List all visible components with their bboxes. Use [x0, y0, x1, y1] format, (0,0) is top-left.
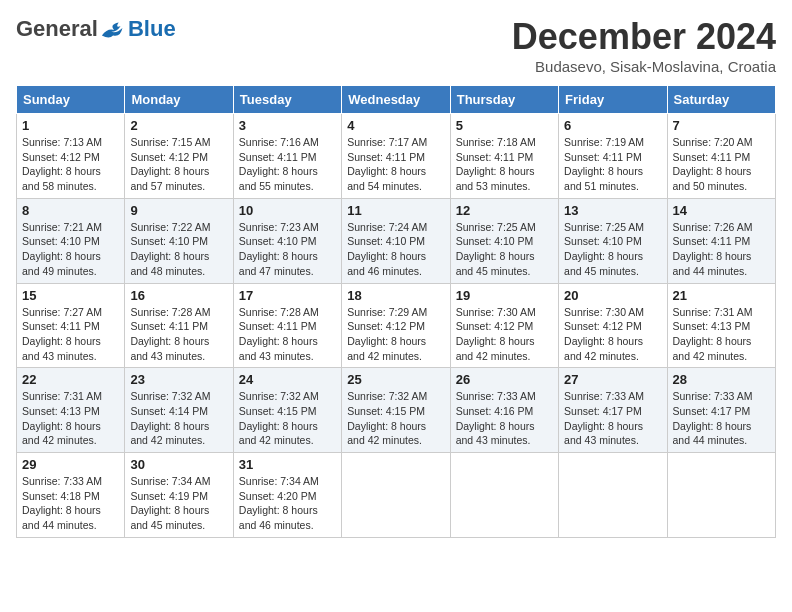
month-title: December 2024 — [512, 16, 776, 58]
calendar-cell: 21Sunrise: 7:31 AMSunset: 4:13 PMDayligh… — [667, 283, 775, 368]
day-number: 28 — [673, 372, 770, 387]
calendar-cell: 4Sunrise: 7:17 AMSunset: 4:11 PMDaylight… — [342, 114, 450, 199]
day-number: 13 — [564, 203, 661, 218]
title-block: December 2024 Budasevo, Sisak-Moslavina,… — [512, 16, 776, 75]
logo-bird-icon — [100, 18, 128, 40]
day-number: 19 — [456, 288, 553, 303]
weekday-header-sunday: Sunday — [17, 86, 125, 114]
day-info: Sunrise: 7:30 AMSunset: 4:12 PMDaylight:… — [456, 305, 553, 364]
day-number: 22 — [22, 372, 119, 387]
calendar-cell: 30Sunrise: 7:34 AMSunset: 4:19 PMDayligh… — [125, 453, 233, 538]
calendar-cell: 1Sunrise: 7:13 AMSunset: 4:12 PMDaylight… — [17, 114, 125, 199]
calendar-cell: 5Sunrise: 7:18 AMSunset: 4:11 PMDaylight… — [450, 114, 558, 199]
calendar-cell: 25Sunrise: 7:32 AMSunset: 4:15 PMDayligh… — [342, 368, 450, 453]
day-info: Sunrise: 7:34 AMSunset: 4:19 PMDaylight:… — [130, 474, 227, 533]
day-info: Sunrise: 7:18 AMSunset: 4:11 PMDaylight:… — [456, 135, 553, 194]
day-info: Sunrise: 7:24 AMSunset: 4:10 PMDaylight:… — [347, 220, 444, 279]
day-number: 7 — [673, 118, 770, 133]
calendar-cell: 28Sunrise: 7:33 AMSunset: 4:17 PMDayligh… — [667, 368, 775, 453]
day-info: Sunrise: 7:23 AMSunset: 4:10 PMDaylight:… — [239, 220, 336, 279]
day-number: 31 — [239, 457, 336, 472]
logo: General Blue — [16, 16, 176, 42]
calendar-cell: 15Sunrise: 7:27 AMSunset: 4:11 PMDayligh… — [17, 283, 125, 368]
calendar-week-4: 22Sunrise: 7:31 AMSunset: 4:13 PMDayligh… — [17, 368, 776, 453]
day-info: Sunrise: 7:28 AMSunset: 4:11 PMDaylight:… — [239, 305, 336, 364]
day-info: Sunrise: 7:32 AMSunset: 4:15 PMDaylight:… — [239, 389, 336, 448]
calendar-cell: 27Sunrise: 7:33 AMSunset: 4:17 PMDayligh… — [559, 368, 667, 453]
weekday-header-friday: Friday — [559, 86, 667, 114]
day-number: 25 — [347, 372, 444, 387]
day-info: Sunrise: 7:26 AMSunset: 4:11 PMDaylight:… — [673, 220, 770, 279]
day-info: Sunrise: 7:17 AMSunset: 4:11 PMDaylight:… — [347, 135, 444, 194]
calendar-cell: 10Sunrise: 7:23 AMSunset: 4:10 PMDayligh… — [233, 198, 341, 283]
day-number: 21 — [673, 288, 770, 303]
calendar-cell: 2Sunrise: 7:15 AMSunset: 4:12 PMDaylight… — [125, 114, 233, 199]
day-number: 10 — [239, 203, 336, 218]
day-number: 18 — [347, 288, 444, 303]
calendar-cell — [450, 453, 558, 538]
calendar-cell: 31Sunrise: 7:34 AMSunset: 4:20 PMDayligh… — [233, 453, 341, 538]
calendar-cell: 26Sunrise: 7:33 AMSunset: 4:16 PMDayligh… — [450, 368, 558, 453]
day-info: Sunrise: 7:22 AMSunset: 4:10 PMDaylight:… — [130, 220, 227, 279]
calendar-cell: 9Sunrise: 7:22 AMSunset: 4:10 PMDaylight… — [125, 198, 233, 283]
logo-general: General — [16, 16, 98, 42]
day-number: 26 — [456, 372, 553, 387]
day-info: Sunrise: 7:30 AMSunset: 4:12 PMDaylight:… — [564, 305, 661, 364]
day-info: Sunrise: 7:20 AMSunset: 4:11 PMDaylight:… — [673, 135, 770, 194]
day-info: Sunrise: 7:27 AMSunset: 4:11 PMDaylight:… — [22, 305, 119, 364]
day-number: 3 — [239, 118, 336, 133]
calendar-cell: 20Sunrise: 7:30 AMSunset: 4:12 PMDayligh… — [559, 283, 667, 368]
calendar-cell: 3Sunrise: 7:16 AMSunset: 4:11 PMDaylight… — [233, 114, 341, 199]
day-number: 24 — [239, 372, 336, 387]
day-info: Sunrise: 7:29 AMSunset: 4:12 PMDaylight:… — [347, 305, 444, 364]
calendar-cell: 14Sunrise: 7:26 AMSunset: 4:11 PMDayligh… — [667, 198, 775, 283]
day-info: Sunrise: 7:33 AMSunset: 4:16 PMDaylight:… — [456, 389, 553, 448]
calendar-cell — [559, 453, 667, 538]
day-info: Sunrise: 7:15 AMSunset: 4:12 PMDaylight:… — [130, 135, 227, 194]
weekday-header-thursday: Thursday — [450, 86, 558, 114]
day-info: Sunrise: 7:33 AMSunset: 4:17 PMDaylight:… — [673, 389, 770, 448]
weekday-header-monday: Monday — [125, 86, 233, 114]
day-number: 29 — [22, 457, 119, 472]
day-info: Sunrise: 7:31 AMSunset: 4:13 PMDaylight:… — [673, 305, 770, 364]
calendar-cell — [667, 453, 775, 538]
calendar-cell: 18Sunrise: 7:29 AMSunset: 4:12 PMDayligh… — [342, 283, 450, 368]
weekday-header-row: SundayMondayTuesdayWednesdayThursdayFrid… — [17, 86, 776, 114]
weekday-header-tuesday: Tuesday — [233, 86, 341, 114]
calendar-body: 1Sunrise: 7:13 AMSunset: 4:12 PMDaylight… — [17, 114, 776, 538]
calendar-cell: 6Sunrise: 7:19 AMSunset: 4:11 PMDaylight… — [559, 114, 667, 199]
day-number: 6 — [564, 118, 661, 133]
day-number: 14 — [673, 203, 770, 218]
calendar-week-1: 1Sunrise: 7:13 AMSunset: 4:12 PMDaylight… — [17, 114, 776, 199]
day-number: 16 — [130, 288, 227, 303]
calendar-week-3: 15Sunrise: 7:27 AMSunset: 4:11 PMDayligh… — [17, 283, 776, 368]
day-number: 20 — [564, 288, 661, 303]
calendar-cell: 29Sunrise: 7:33 AMSunset: 4:18 PMDayligh… — [17, 453, 125, 538]
day-number: 11 — [347, 203, 444, 218]
day-info: Sunrise: 7:13 AMSunset: 4:12 PMDaylight:… — [22, 135, 119, 194]
day-number: 4 — [347, 118, 444, 133]
day-number: 1 — [22, 118, 119, 133]
day-number: 17 — [239, 288, 336, 303]
calendar-cell: 22Sunrise: 7:31 AMSunset: 4:13 PMDayligh… — [17, 368, 125, 453]
day-info: Sunrise: 7:32 AMSunset: 4:14 PMDaylight:… — [130, 389, 227, 448]
weekday-header-wednesday: Wednesday — [342, 86, 450, 114]
calendar-cell — [342, 453, 450, 538]
day-number: 2 — [130, 118, 227, 133]
day-number: 9 — [130, 203, 227, 218]
calendar-cell: 12Sunrise: 7:25 AMSunset: 4:10 PMDayligh… — [450, 198, 558, 283]
calendar-cell: 16Sunrise: 7:28 AMSunset: 4:11 PMDayligh… — [125, 283, 233, 368]
day-number: 5 — [456, 118, 553, 133]
calendar-cell: 8Sunrise: 7:21 AMSunset: 4:10 PMDaylight… — [17, 198, 125, 283]
day-number: 12 — [456, 203, 553, 218]
day-info: Sunrise: 7:34 AMSunset: 4:20 PMDaylight:… — [239, 474, 336, 533]
day-info: Sunrise: 7:21 AMSunset: 4:10 PMDaylight:… — [22, 220, 119, 279]
day-info: Sunrise: 7:33 AMSunset: 4:18 PMDaylight:… — [22, 474, 119, 533]
calendar-cell: 23Sunrise: 7:32 AMSunset: 4:14 PMDayligh… — [125, 368, 233, 453]
calendar-week-5: 29Sunrise: 7:33 AMSunset: 4:18 PMDayligh… — [17, 453, 776, 538]
page-header: General Blue December 2024 Budasevo, Sis… — [16, 16, 776, 75]
day-info: Sunrise: 7:16 AMSunset: 4:11 PMDaylight:… — [239, 135, 336, 194]
location-subtitle: Budasevo, Sisak-Moslavina, Croatia — [512, 58, 776, 75]
weekday-header-saturday: Saturday — [667, 86, 775, 114]
day-info: Sunrise: 7:25 AMSunset: 4:10 PMDaylight:… — [564, 220, 661, 279]
